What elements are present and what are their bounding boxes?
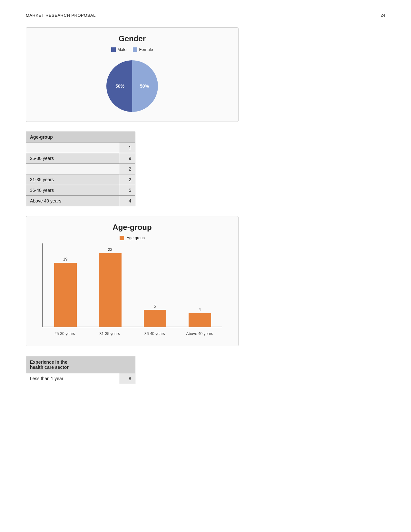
age-row-empty-1 [26,143,119,153]
bar-value-3640: 5 [154,304,156,309]
table-row: 2 [26,164,135,174]
gender-chart-box: Gender Male Female 50% 50% [26,27,239,122]
age-val-2530: 9 [119,153,135,164]
exp-label-lessthan1: Less than 1 year [26,373,119,384]
bar-2530 [54,263,77,327]
age-group-table: Age-group 1 25-30 years 9 2 31-35 years … [26,132,135,206]
experience-table: Experience in the health care sector Les… [26,356,135,384]
exp-header-line1: Experience in the [30,360,67,365]
age-row-empty-2 [26,164,119,174]
exp-header-line2: health care sector [30,365,69,370]
x-label-2530: 25-30 years [54,331,75,336]
female-legend-color [133,47,137,52]
bar-above40 [189,313,211,327]
gender-chart-title: Gender [33,34,232,43]
table-row: 25-30 years 9 [26,153,135,164]
female-percent-label: 50% [140,84,149,89]
age-val-3135: 2 [119,174,135,185]
age-label-3640: 36-40 years [26,185,119,196]
bar-value-3135: 22 [108,247,112,252]
bar-3135 [99,253,122,327]
exp-val-lessthan1: 8 [119,373,135,384]
male-legend-item: Male [111,47,126,52]
male-legend-color [111,47,116,52]
age-bar-legend: Age-group [36,236,229,240]
pie-chart-container: 50% 50% [33,57,232,115]
x-label-above40: Above 40 years [186,331,213,336]
bar-group-3135: 22 [88,247,132,327]
bar-group-3640: 5 [132,304,177,327]
female-legend-item: Female [133,47,153,52]
age-label-3135: 31-35 years [26,174,119,185]
female-legend-label: Female [139,47,153,52]
male-legend-label: Male [117,47,126,52]
age-val-3640: 5 [119,185,135,196]
male-percent-label: 50% [115,84,125,89]
page-header: MARKET RESEARCH PROPOSAL 24 [26,13,385,18]
bar-legend-label: Age-group [127,236,145,240]
bar-legend-color [120,236,124,240]
bar-x-labels: 25-30 years 31-35 years 36-40 years Abov… [36,330,229,336]
age-val-1: 1 [119,143,135,153]
pie-chart-svg: 50% 50% [103,57,161,115]
table-row: 31-35 years 2 [26,174,135,185]
table-row: Above 40 years 4 [26,196,135,206]
age-bar-chart-box: Age-group Age-group 19 22 5 4 25-30 year… [26,216,239,346]
bar-group-above40: 4 [177,307,222,327]
bar-value-above40: 4 [199,307,201,312]
age-label-above40: Above 40 years [26,196,119,206]
page-number: 24 [381,13,385,18]
table-row: 36-40 years 5 [26,185,135,196]
x-label-3135: 31-35 years [100,331,120,336]
bar-group-2530: 19 [43,257,88,327]
age-val-above40: 4 [119,196,135,206]
bar-chart-area: 19 22 5 4 [42,243,222,327]
age-val-empty-2: 2 [119,164,135,174]
bar-3640 [144,310,166,327]
gender-legend: Male Female [33,47,232,52]
x-label-3640: 36-40 years [144,331,165,336]
table-row: Less than 1 year 8 [26,373,135,384]
table-row: 1 [26,143,135,153]
document-title: MARKET RESEARCH PROPOSAL [26,13,96,18]
age-label-2530: 25-30 years [26,153,119,164]
age-table-header: Age-group [26,132,135,143]
age-bar-chart-title: Age-group [36,223,229,232]
exp-table-header: Experience in the health care sector [26,356,135,373]
bar-value-2530: 19 [63,257,67,261]
